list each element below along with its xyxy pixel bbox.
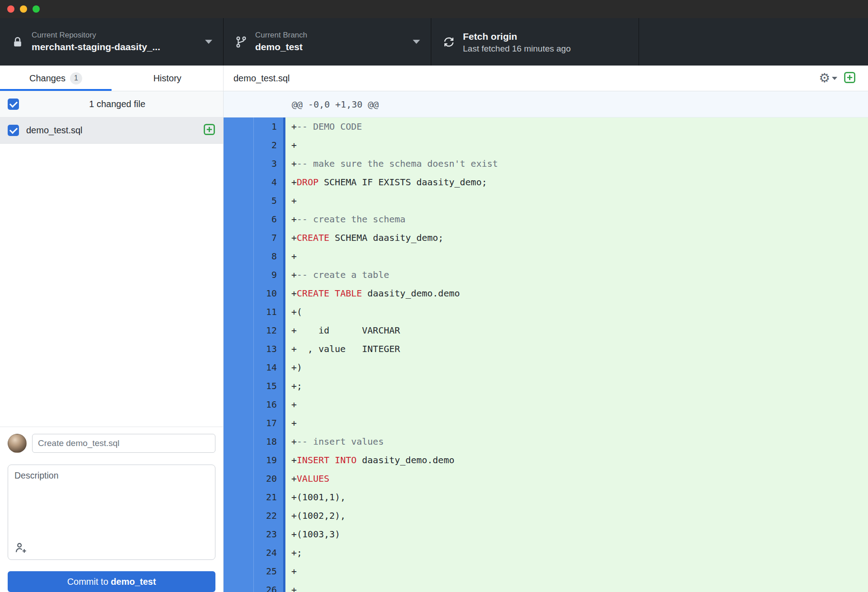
diff-new-line-number[interactable]: 15: [253, 377, 283, 395]
diff-line-row[interactable]: 6+-- create the schema: [224, 210, 868, 229]
diff-line-row[interactable]: 17+: [224, 414, 868, 432]
maximize-window-button[interactable]: [33, 5, 40, 13]
diff-line-row[interactable]: 2+: [224, 136, 868, 155]
diff-old-line-gutter[interactable]: [224, 210, 253, 229]
diff-line-row[interactable]: 19+INSERT INTO daasity_demo.demo: [224, 451, 868, 470]
current-branch-dropdown[interactable]: Current Branch demo_test: [224, 18, 431, 66]
diff-old-line-gutter[interactable]: [224, 581, 253, 592]
diff-old-line-gutter[interactable]: [224, 321, 253, 340]
tab-changes[interactable]: Changes 1: [0, 66, 112, 91]
diff-old-line-gutter[interactable]: [224, 303, 253, 321]
diff-line-row[interactable]: 16+: [224, 395, 868, 414]
diff-old-line-gutter[interactable]: [224, 229, 253, 247]
diff-line-row[interactable]: 20+VALUES: [224, 470, 868, 488]
minimize-window-button[interactable]: [20, 5, 27, 13]
diff-line-row[interactable]: 5+: [224, 192, 868, 210]
hunk-header-text: @@ -0,0 +1,30 @@: [292, 99, 379, 110]
diff-old-line-gutter[interactable]: [224, 488, 253, 507]
diff-new-line-number[interactable]: 13: [253, 340, 283, 358]
diff-old-line-gutter[interactable]: [224, 358, 253, 377]
diff-new-line-number[interactable]: 8: [253, 247, 283, 266]
diff-new-line-number[interactable]: 21: [253, 488, 283, 507]
diff-old-line-gutter[interactable]: [224, 414, 253, 432]
diff-old-line-gutter[interactable]: [224, 451, 253, 470]
diff-new-line-number[interactable]: 18: [253, 432, 283, 451]
diff-line-row[interactable]: 10+CREATE TABLE daasity_demo.demo: [224, 284, 868, 303]
tab-history[interactable]: History: [112, 66, 223, 91]
diff-line-row[interactable]: 15+;: [224, 377, 868, 395]
diff-new-line-number[interactable]: 7: [253, 229, 283, 247]
diff-old-line-gutter[interactable]: [224, 155, 253, 173]
diff-new-line-number[interactable]: 17: [253, 414, 283, 432]
diff-new-line-number[interactable]: 9: [253, 266, 283, 284]
diff-new-line-number[interactable]: 20: [253, 470, 283, 488]
diff-line-code: +: [285, 581, 868, 592]
diff-new-line-number[interactable]: 12: [253, 321, 283, 340]
diff-new-line-number[interactable]: 16: [253, 395, 283, 414]
diff-old-line-gutter[interactable]: [224, 284, 253, 303]
fetch-origin-button[interactable]: Fetch origin Last fetched 16 minutes ago: [431, 18, 639, 66]
current-repository-dropdown[interactable]: Current Repository merchant-staging-daas…: [0, 18, 224, 66]
close-window-button[interactable]: [7, 5, 14, 13]
diff-new-line-number[interactable]: 6: [253, 210, 283, 229]
diff-line-row[interactable]: 25+: [224, 562, 868, 581]
diff-old-line-gutter[interactable]: [224, 266, 253, 284]
diff-line-row[interactable]: 4+DROP SCHEMA IF EXISTS daasity_demo;: [224, 173, 868, 192]
diff-new-line-number[interactable]: 10: [253, 284, 283, 303]
commit-summary-input[interactable]: [32, 434, 215, 453]
diff-new-line-number[interactable]: 23: [253, 525, 283, 544]
diff-line-row[interactable]: 18+-- insert values: [224, 432, 868, 451]
diff-old-line-gutter[interactable]: [224, 247, 253, 266]
diff-line-row[interactable]: 11+(: [224, 303, 868, 321]
diff-line-row[interactable]: 22+(1002,2),: [224, 507, 868, 525]
diff-old-line-gutter[interactable]: [224, 173, 253, 192]
add-coauthor-button[interactable]: [14, 541, 28, 556]
diff-new-line-number[interactable]: 22: [253, 507, 283, 525]
diff-line-row[interactable]: 3+-- make sure the schema doesn't exist: [224, 155, 868, 173]
diff-line-row[interactable]: 13+ , value INTEGER: [224, 340, 868, 358]
diff-line-row[interactable]: 12+ id VARCHAR: [224, 321, 868, 340]
diff-old-line-gutter[interactable]: [224, 562, 253, 581]
diff-line-row[interactable]: 8+: [224, 247, 868, 266]
hunk-header[interactable]: @@ -0,0 +1,30 @@: [224, 91, 868, 117]
diff-line-code: +CREATE SCHEMA daasity_demo;: [285, 229, 868, 247]
diff-line-row[interactable]: 1+-- DEMO CODE: [224, 117, 868, 136]
diff-old-line-gutter[interactable]: [224, 432, 253, 451]
diff-line-row[interactable]: 23+(1003,3): [224, 525, 868, 544]
diff-line-row[interactable]: 14+): [224, 358, 868, 377]
diff-line-row[interactable]: 7+CREATE SCHEMA daasity_demo;: [224, 229, 868, 247]
diff-new-line-number[interactable]: 3: [253, 155, 283, 173]
diff-old-line-gutter[interactable]: [224, 470, 253, 488]
diff-old-line-gutter[interactable]: [224, 544, 253, 562]
diff-old-line-gutter[interactable]: [224, 136, 253, 155]
diff-new-line-number[interactable]: 25: [253, 562, 283, 581]
diff-new-line-number[interactable]: 2: [253, 136, 283, 155]
diff-old-line-gutter[interactable]: [224, 377, 253, 395]
diff-old-line-gutter[interactable]: [224, 192, 253, 210]
diff-line-row[interactable]: 24+;: [224, 544, 868, 562]
diff-new-line-number[interactable]: 11: [253, 303, 283, 321]
select-all-checkbox[interactable]: [8, 99, 19, 110]
diff-old-line-gutter[interactable]: [224, 395, 253, 414]
file-row-demo-test-sql[interactable]: demo_test.sql: [0, 117, 223, 144]
diff-new-line-number[interactable]: 26: [253, 581, 283, 592]
diff-new-line-number[interactable]: 4: [253, 173, 283, 192]
diff-old-line-gutter[interactable]: [224, 117, 253, 136]
diff-line-row[interactable]: 26+: [224, 581, 868, 592]
diff-new-line-number[interactable]: 14: [253, 358, 283, 377]
include-file-button[interactable]: [844, 71, 856, 85]
diff-line-row[interactable]: 21+(1001,1),: [224, 488, 868, 507]
diff-options-button[interactable]: ⚙: [819, 72, 837, 85]
commit-description-input[interactable]: [14, 470, 209, 538]
diff-line-row[interactable]: 9+-- create a table: [224, 266, 868, 284]
file-checkbox[interactable]: [8, 125, 19, 136]
diff-old-line-gutter[interactable]: [224, 340, 253, 358]
diff-new-line-number[interactable]: 1: [253, 117, 283, 136]
diff-new-line-number[interactable]: 5: [253, 192, 283, 210]
diff-old-line-gutter[interactable]: [224, 507, 253, 525]
diff-new-line-number[interactable]: 24: [253, 544, 283, 562]
diff-new-line-number[interactable]: 19: [253, 451, 283, 470]
diff-old-line-gutter[interactable]: [224, 525, 253, 544]
sidebar-tabs: Changes 1 History: [0, 66, 223, 91]
commit-button[interactable]: Commit to demo_test: [8, 571, 215, 592]
